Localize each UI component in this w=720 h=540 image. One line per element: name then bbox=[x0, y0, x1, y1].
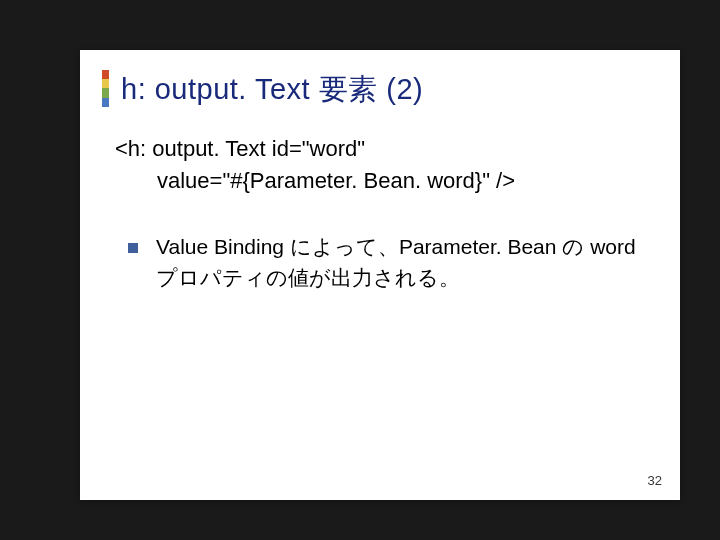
code-line-1: <h: output. Text id="word" bbox=[115, 133, 650, 165]
code-line-2: value="#{Parameter. Bean. word}" /> bbox=[115, 165, 650, 197]
slide-title: h: output. Text 要素 (2) bbox=[121, 70, 423, 107]
title-block: h: output. Text 要素 (2) bbox=[102, 70, 680, 107]
bullet-item: Value Binding によって、Parameter. Bean の wor… bbox=[128, 231, 650, 294]
bullet-text: Value Binding によって、Parameter. Bean の wor… bbox=[156, 231, 650, 294]
color-bar-icon bbox=[102, 70, 109, 107]
page-number: 32 bbox=[648, 473, 662, 488]
code-example: <h: output. Text id="word" value="#{Para… bbox=[115, 133, 650, 197]
slide: h: output. Text 要素 (2) <h: output. Text … bbox=[80, 50, 680, 500]
bullet-square-icon bbox=[128, 243, 138, 253]
